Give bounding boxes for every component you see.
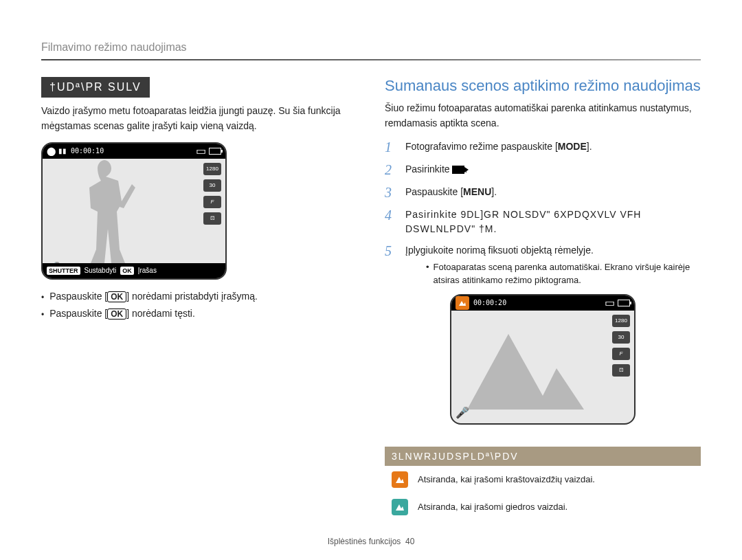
ok-keycap: OK (120, 267, 134, 275)
right-intro-text: Šiuo režimu fotoaparatas automatiškai pa… (385, 100, 701, 131)
ok-caption: Įrašas (138, 267, 157, 274)
scene-table: 3LNWRJUDSPLDª\PDV Atsiranda, kai įrašomi… (385, 447, 701, 521)
step-number: 5 (385, 243, 397, 259)
step-5-sub: Fotoaparatas sceną parenka automatiškai.… (434, 260, 701, 287)
table-cell-text: Atsiranda, kai įrašomi kraštovaizdžių va… (418, 474, 595, 484)
clear-sky-scene-icon (392, 499, 408, 515)
step-number: 4 (385, 208, 397, 223)
record-icon: ⬤ (47, 146, 56, 156)
table-row: Atsiranda, kai įrašomi giedros vaizdai. (385, 493, 701, 521)
res-icon: 1280 (612, 315, 630, 327)
mode-key: MODE (558, 141, 587, 152)
timer-text: 00:00:10 (71, 147, 104, 155)
numbered-steps: 1 Fotografavimo režime paspauskite [MODE… (385, 139, 701, 287)
bullet-icon: • (41, 291, 44, 306)
section-ribbon-left: †UDª\PR SULV (41, 77, 150, 98)
fps-icon: 30 (612, 331, 630, 344)
ok-key: OK (107, 291, 126, 302)
shutter-keycap: SHUTTER (47, 267, 80, 275)
step-5-text: Įplygiukoite norimą fiksuoti objektą rėm… (405, 243, 701, 258)
table-row: Atsiranda, kai įrašomi kraštovaizdžių va… (385, 466, 701, 493)
table-header: 3LNWRJUDSPLDª\PDV (385, 447, 701, 466)
battery-icon (209, 148, 221, 155)
step-number: 1 (385, 139, 397, 155)
timer-text-2: 00:00:20 (473, 299, 506, 306)
f-icon: F (203, 196, 221, 208)
step-number: 2 (385, 162, 397, 178)
right-section-title: Sumanaus scenos aptikimo režimo naudojim… (385, 77, 701, 95)
menu-key: MENU (463, 186, 491, 197)
mountains-illustration (465, 327, 607, 410)
breadcrumb: Filmavimo režimo naudojimas (41, 41, 701, 54)
bullet-icon: • (41, 308, 44, 323)
card-icon: ▭ (196, 144, 206, 157)
camera-preview-left: ⬤ ▮▮ 00:00:10 ▭ 1280 30 F ⊡ (41, 142, 227, 280)
header-divider (41, 59, 701, 60)
left-intro-text: Vaizdo įrašymo metu fotoaparatas leidžia… (41, 103, 344, 134)
scene-landscape-icon (456, 296, 469, 310)
f-icon: F (612, 348, 630, 360)
meter-icon: ⊡ (203, 212, 221, 225)
step-1-text: Fotografavimo režime paspauskite [MODE]. (405, 139, 701, 154)
person-silhouette (70, 160, 139, 263)
sub-bullet-icon: • (426, 260, 429, 287)
res-icon: 1280 (203, 163, 221, 175)
step-3-text: Paspauskite [MENU]. (405, 185, 701, 199)
camera-preview-right: 00:00:20 ▭ 1280 30 F ⊡ (450, 294, 636, 425)
battery-icon (618, 300, 630, 306)
bullet-item-1: Paspauskite [OK] norėdami pristabdyti įr… (49, 288, 258, 305)
fps-icon: 30 (203, 179, 221, 192)
mic-icon: 🎤 (456, 406, 469, 419)
step-number: 3 (385, 185, 397, 201)
bullet-item-2: Paspauskite [OK] norėdami tęsti. (49, 305, 195, 322)
table-cell-text: Atsiranda, kai įrašomi giedros vaizdai. (418, 502, 567, 512)
video-mode-icon (452, 166, 464, 174)
meter-icon: ⊡ (612, 364, 630, 377)
page-footer: Išplėstinės funkcijos 40 (0, 537, 742, 546)
step-4-text: Pasirinkite 9DL]GR NOLSDV" 6XPDQXVLV VFH… (405, 208, 701, 236)
landscape-scene-icon (392, 471, 408, 488)
shutter-caption: Sustabdyti (85, 267, 117, 274)
step-2-text: Pasirinkite . (405, 162, 701, 177)
card-icon: ▭ (605, 296, 615, 309)
left-bullet-list: • Paspauskite [OK] norėdami pristabdyti … (41, 288, 344, 323)
ok-key: OK (107, 309, 126, 320)
pause-icon: ▮▮ (58, 147, 67, 155)
